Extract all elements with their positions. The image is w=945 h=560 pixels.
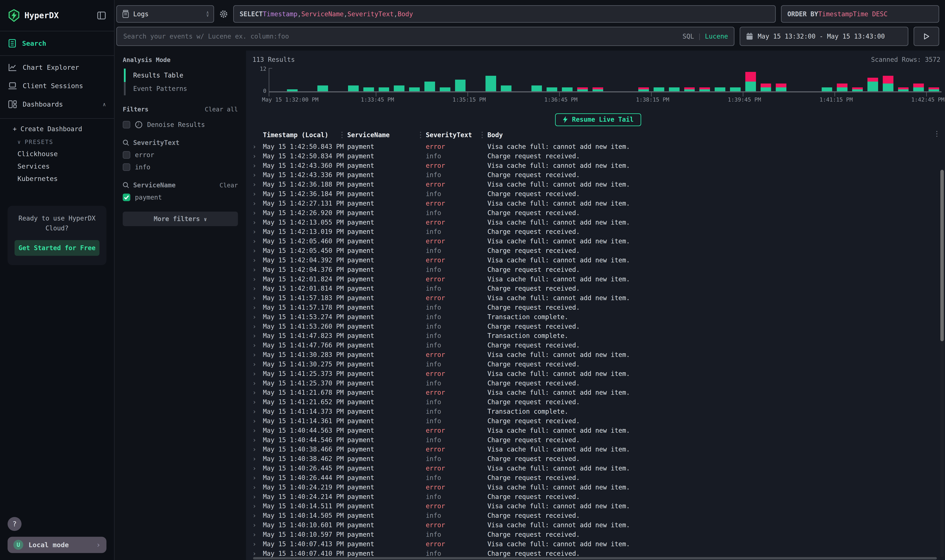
row-expand-icon[interactable]: › (251, 228, 263, 235)
sidebar-item-chart-explorer[interactable]: Chart Explorer (0, 58, 114, 77)
table-row[interactable]: ›May 15 1:40:44.563 PMpaymenterrorVisa c… (251, 426, 945, 435)
select-query-input[interactable]: SELECT Timestamp, ServiceName, SeverityT… (233, 5, 776, 23)
histogram-bucket[interactable] (774, 68, 789, 91)
presets-toggle[interactable]: ∨ PRESETS (0, 135, 114, 148)
row-expand-icon[interactable]: › (251, 247, 263, 254)
table-row[interactable]: ›May 15 1:41:30.283 PMpaymenterrorVisa c… (251, 350, 945, 360)
denoise-row[interactable]: Denoise Results (123, 118, 238, 131)
histogram-bucket[interactable] (621, 68, 636, 91)
filter-option-info[interactable]: info (123, 161, 238, 173)
histogram-bucket[interactable] (804, 68, 819, 91)
histogram-bucket[interactable] (926, 68, 942, 91)
vertical-scrollbar-thumb[interactable] (940, 170, 944, 341)
row-expand-icon[interactable]: › (251, 483, 263, 491)
table-row[interactable]: ›May 15 1:41:57.178 PMpaymentinfoCharge … (251, 303, 945, 312)
table-row[interactable]: ›May 15 1:40:10.597 PMpaymentinfoCharge … (251, 530, 945, 539)
analysis-tab-results-table[interactable]: Results Table (124, 69, 238, 82)
histogram-bucket[interactable] (682, 68, 697, 91)
table-row[interactable]: ›May 15 1:40:24.214 PMpaymentinfoCharge … (251, 492, 945, 502)
table-row[interactable]: ›May 15 1:41:21.678 PMpaymenterrorVisa c… (251, 388, 945, 397)
table-row[interactable]: ›May 15 1:42:27.131 PMpaymenterrorVisa c… (251, 198, 945, 208)
row-expand-icon[interactable]: › (251, 256, 263, 264)
histogram-bucket[interactable] (896, 68, 911, 91)
histogram-bucket[interactable] (560, 68, 575, 91)
histogram-bucket[interactable] (376, 68, 392, 91)
table-row[interactable]: ›May 15 1:40:10.601 PMpaymenterrorVisa c… (251, 520, 945, 530)
row-expand-icon[interactable]: › (251, 200, 263, 207)
col-timestamp[interactable]: Timestamp (Local) (263, 131, 347, 139)
col-severitytext[interactable]: SeverityText (426, 131, 487, 139)
row-expand-icon[interactable]: › (251, 266, 263, 274)
table-row[interactable]: ›May 15 1:41:57.183 PMpaymenterrorVisa c… (251, 293, 945, 303)
order-by-input[interactable]: ORDER BY TimestampTime DESC (781, 5, 939, 23)
row-expand-icon[interactable]: › (251, 493, 263, 500)
histogram-bucket[interactable] (422, 68, 438, 91)
table-row[interactable]: ›May 15 1:42:04.376 PMpaymentinfoCharge … (251, 265, 945, 274)
lucene-mode-button[interactable]: Lucene (705, 32, 728, 40)
row-expand-icon[interactable]: › (251, 323, 263, 330)
create-dashboard-button[interactable]: + Create Dashboard (0, 122, 114, 135)
column-resize-handle[interactable] (482, 132, 483, 138)
row-expand-icon[interactable]: › (251, 427, 263, 434)
source-select[interactable]: Logs ∧∨ (116, 5, 214, 23)
table-row[interactable]: ›May 15 1:41:53.274 PMpaymentinfoTransac… (251, 312, 945, 322)
row-expand-icon[interactable]: › (251, 332, 263, 340)
table-row[interactable]: ›May 15 1:40:26.444 PMpaymentinfoCharge … (251, 473, 945, 483)
table-row[interactable]: ›May 15 1:42:43.336 PMpaymentinfoCharge … (251, 170, 945, 180)
table-row[interactable]: ›May 15 1:42:50.843 PMpaymenterrorVisa c… (251, 142, 945, 151)
get-started-button[interactable]: Get Started for Free (15, 240, 99, 256)
row-expand-icon[interactable]: › (251, 342, 263, 349)
histogram-bucket[interactable] (728, 68, 743, 91)
row-expand-icon[interactable]: › (251, 294, 263, 302)
histogram-bucket[interactable] (865, 68, 880, 91)
sidebar-preset-clickhouse[interactable]: Clickhouse (0, 148, 114, 160)
table-row[interactable]: ›May 15 1:42:01.814 PMpaymentinfoCharge … (251, 284, 945, 293)
table-row[interactable]: ›May 15 1:42:04.392 PMpaymenterrorVisa c… (251, 255, 945, 265)
row-expand-icon[interactable]: › (251, 550, 263, 557)
vertical-scrollbar[interactable] (940, 170, 944, 557)
histogram-bucket[interactable] (880, 68, 896, 91)
table-row[interactable]: ›May 15 1:40:14.505 PMpaymentinfoCharge … (251, 511, 945, 520)
row-expand-icon[interactable]: › (251, 521, 263, 529)
denoise-checkbox[interactable] (123, 121, 130, 128)
histogram-bucket[interactable] (529, 68, 544, 91)
histogram-bucket[interactable] (438, 68, 453, 91)
histogram-bucket[interactable] (453, 68, 468, 91)
row-expand-icon[interactable]: › (251, 171, 263, 178)
histogram-bucket[interactable] (315, 68, 330, 91)
filter-option-payment[interactable]: payment (123, 191, 238, 203)
row-expand-icon[interactable]: › (251, 360, 263, 368)
table-options-icon[interactable]: ⋮ (933, 130, 940, 138)
table-row[interactable]: ›May 15 1:40:38.466 PMpaymenterrorVisa c… (251, 445, 945, 454)
row-expand-icon[interactable]: › (251, 389, 263, 396)
histogram-bucket[interactable] (544, 68, 560, 91)
horizontal-scrollbar[interactable] (253, 557, 937, 559)
clear-all-button[interactable]: Clear all (205, 106, 238, 113)
table-row[interactable]: ›May 15 1:41:25.370 PMpaymentinfoCharge … (251, 378, 945, 388)
histogram-bucket[interactable] (667, 68, 682, 91)
row-expand-icon[interactable]: › (251, 181, 263, 188)
clear-filter-button[interactable]: Clear (219, 182, 238, 189)
histogram-bucket[interactable] (392, 68, 407, 91)
sidebar-preset-services[interactable]: Services (0, 160, 114, 172)
column-resize-handle[interactable] (420, 132, 421, 138)
row-expand-icon[interactable]: › (251, 540, 263, 548)
histogram-bucket[interactable] (483, 68, 498, 91)
collapse-sidebar-icon[interactable] (97, 11, 106, 20)
histogram-bucket[interactable] (285, 68, 300, 91)
row-expand-icon[interactable]: › (251, 285, 263, 292)
histogram-bucket[interactable] (498, 68, 514, 91)
table-row[interactable]: ›May 15 1:40:26.445 PMpaymenterrorVisa c… (251, 463, 945, 473)
row-expand-icon[interactable]: › (251, 474, 263, 482)
local-mode-menu[interactable]: U Local mode › (8, 537, 106, 553)
histogram-bucket[interactable] (697, 68, 712, 91)
row-expand-icon[interactable]: › (251, 218, 263, 226)
histogram-bucket[interactable] (743, 68, 758, 91)
row-expand-icon[interactable]: › (251, 275, 263, 283)
filter-option-error[interactable]: error (123, 149, 238, 161)
sidebar-item-dashboards[interactable]: Dashboards ∧ (0, 95, 114, 114)
table-row[interactable]: ›May 15 1:42:05.450 PMpaymentinfoCharge … (251, 246, 945, 255)
row-expand-icon[interactable]: › (251, 512, 263, 519)
checkbox[interactable] (123, 194, 130, 201)
histogram-bucket[interactable] (346, 68, 361, 91)
